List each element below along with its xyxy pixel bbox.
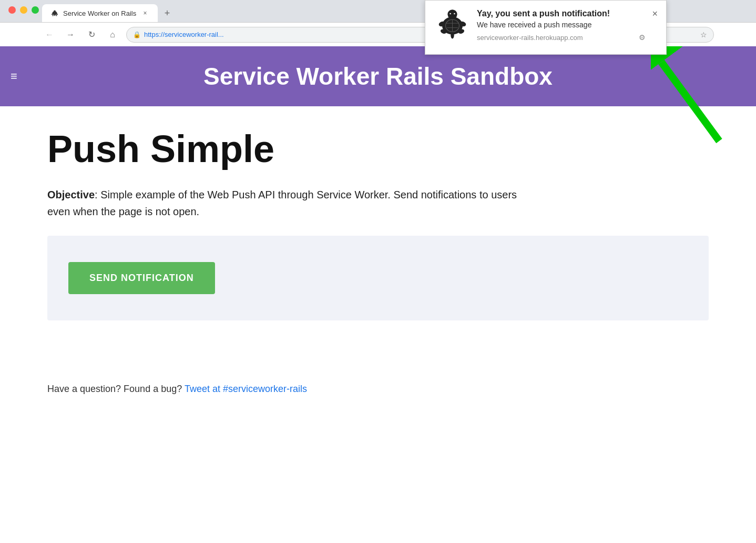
objective-paragraph: Objective: Simple example of the Web Pus…	[47, 186, 520, 220]
svg-point-4	[52, 15, 54, 16]
notification-close-button[interactable]: ×	[652, 9, 658, 18]
green-arrow-indicator	[651, 46, 724, 154]
back-button[interactable]: ←	[42, 27, 57, 42]
notification-content: Yay, you sent a push notification! We ha…	[477, 9, 646, 42]
forward-button[interactable]: →	[63, 27, 78, 42]
window-controls	[8, 6, 39, 14]
svg-point-17	[451, 32, 454, 38]
main-content: Push Simple Objective: Simple example of…	[0, 106, 756, 363]
site-title: Service Worker Rails Sandbox	[0, 57, 756, 96]
refresh-button[interactable]: ↻	[84, 27, 99, 42]
notification-turtle-icon	[434, 9, 471, 46]
close-window-button[interactable]	[8, 6, 16, 14]
tab-close-button[interactable]: ×	[141, 9, 149, 17]
lock-icon: 🔒	[133, 31, 141, 38]
notification-body: We have received a push message	[477, 21, 646, 29]
svg-line-21	[661, 62, 719, 141]
maximize-window-button[interactable]	[32, 6, 39, 14]
home-button[interactable]: ⌂	[105, 27, 120, 42]
page-footer: Have a question? Found a bug? Tweet at #…	[0, 363, 756, 416]
footer-text: Have a question? Found a bug? Tweet at #…	[47, 384, 709, 395]
url-text: https://serviceworker-rail...	[144, 31, 224, 38]
objective-description: : Simple example of the Web Push API thr…	[47, 189, 517, 217]
notification-source: serviceworker-rails.herokuapp.com	[477, 34, 583, 42]
notification-footer: serviceworker-rails.herokuapp.com ⚙	[477, 33, 646, 42]
svg-point-5	[56, 15, 57, 16]
page-content: ≡ Service Worker Rails Sandbox Push Simp…	[0, 46, 756, 543]
tweet-link[interactable]: Tweet at #serviceworker-rails	[185, 384, 307, 394]
svg-point-8	[447, 9, 457, 19]
notification-popup: Yay, you sent a push notification! We ha…	[425, 0, 667, 55]
send-notification-button[interactable]: SEND NOTIFICATION	[68, 262, 215, 294]
new-tab-button[interactable]: +	[160, 6, 175, 21]
bookmark-star-icon[interactable]: ☆	[700, 31, 707, 39]
tab-favicon-icon	[50, 9, 59, 17]
tab-title: Service Worker on Rails	[63, 9, 136, 17]
content-box: SEND NOTIFICATION	[47, 236, 709, 320]
svg-point-18	[449, 13, 451, 15]
active-tab[interactable]: Service Worker on Rails ×	[42, 4, 158, 22]
svg-point-19	[454, 13, 455, 15]
svg-point-6	[54, 14, 55, 16]
notification-settings-icon[interactable]: ⚙	[639, 33, 646, 42]
svg-point-1	[54, 11, 56, 13]
footer-static-text: Have a question? Found a bug?	[47, 384, 185, 394]
objective-label: Objective	[47, 189, 95, 200]
hamburger-menu-button[interactable]: ≡	[11, 69, 17, 83]
notification-title: Yay, you sent a push notification!	[477, 9, 646, 18]
site-header: ≡ Service Worker Rails Sandbox	[0, 46, 756, 106]
page-heading: Push Simple	[47, 127, 709, 170]
minimize-window-button[interactable]	[20, 6, 27, 14]
